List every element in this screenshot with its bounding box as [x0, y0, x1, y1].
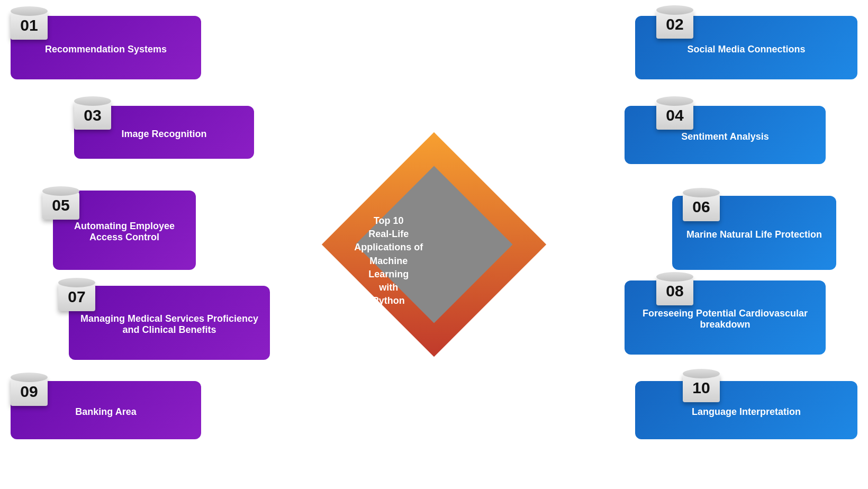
card-10: Language Interpretation	[635, 381, 857, 439]
card-01-label: Recommendation Systems	[20, 44, 192, 55]
card-04-label: Sentiment Analysis	[634, 131, 816, 142]
badge-06: 06	[683, 192, 720, 221]
badge-03: 03	[74, 101, 111, 130]
badge-10: 10	[683, 373, 720, 402]
badge-09: 09	[11, 377, 48, 406]
card-07: Managing Medical Services Proficiency an…	[69, 286, 270, 360]
badge-07: 07	[58, 282, 95, 311]
center-diamond: Top 10 Real-Life Applications of Machine…	[349, 160, 519, 329]
card-08-label: Foreseeing Potential Cardiovascular brea…	[634, 308, 816, 330]
card-06-label: Marine Natural Life Protection	[682, 229, 827, 240]
badge-02: 02	[656, 10, 693, 39]
badge-08: 08	[656, 276, 693, 305]
card-04: Sentiment Analysis	[625, 106, 826, 164]
card-07-label: Managing Medical Services Proficiency an…	[78, 313, 260, 336]
card-09-label: Banking Area	[20, 406, 192, 418]
badge-01: 01	[11, 11, 48, 40]
badge-05: 05	[42, 191, 79, 220]
badge-04: 04	[656, 101, 693, 130]
center-text: Top 10 Real-Life Applications of Machine…	[346, 214, 431, 307]
card-02-label: Social Media Connections	[645, 44, 848, 55]
card-10-label: Language Interpretation	[645, 406, 848, 418]
card-05-label: Automating Employee Access Control	[62, 221, 186, 243]
card-03-label: Image Recognition	[84, 129, 245, 140]
card-08: Foreseeing Potential Cardiovascular brea…	[625, 280, 826, 355]
